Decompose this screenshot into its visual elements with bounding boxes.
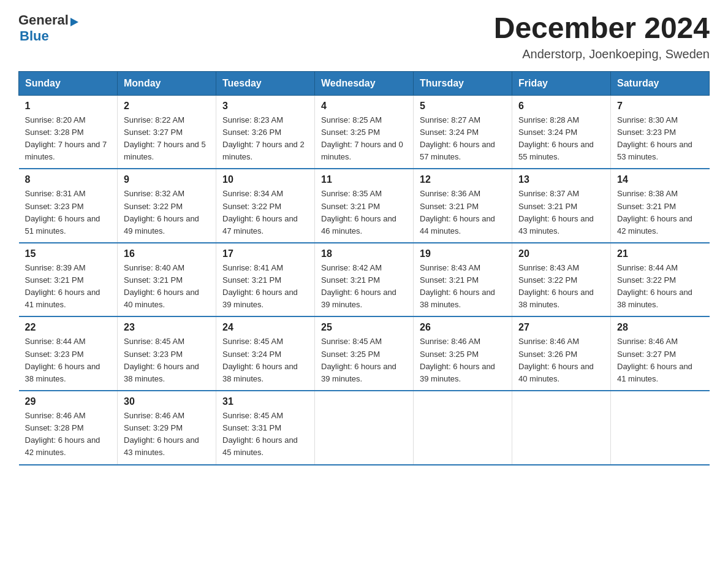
calendar-cell: 2Sunrise: 8:22 AMSunset: 3:27 PMDaylight… — [118, 95, 216, 169]
calendar-cell: 19Sunrise: 8:43 AMSunset: 3:21 PMDayligh… — [414, 243, 512, 317]
calendar-cell — [512, 391, 611, 465]
day-info: Sunrise: 8:28 AMSunset: 3:24 PMDaylight:… — [518, 115, 594, 161]
calendar-cell: 24Sunrise: 8:45 AMSunset: 3:24 PMDayligh… — [216, 316, 315, 391]
day-info: Sunrise: 8:46 AMSunset: 3:25 PMDaylight:… — [420, 337, 495, 383]
day-number: 14 — [617, 174, 703, 185]
calendar-cell: 13Sunrise: 8:37 AMSunset: 3:21 PMDayligh… — [512, 169, 611, 243]
day-info: Sunrise: 8:36 AMSunset: 3:21 PMDaylight:… — [420, 189, 495, 235]
calendar-cell: 5Sunrise: 8:27 AMSunset: 3:24 PMDaylight… — [414, 95, 512, 169]
calendar-cell: 25Sunrise: 8:45 AMSunset: 3:25 PMDayligh… — [315, 316, 414, 391]
day-number: 5 — [420, 101, 506, 112]
month-title: December 2024 — [494, 12, 710, 45]
col-saturday: Saturday — [611, 71, 710, 95]
logo-blue-text: Blue — [20, 28, 49, 44]
calendar-week-row: 8Sunrise: 8:31 AMSunset: 3:23 PMDaylight… — [19, 169, 710, 243]
day-info: Sunrise: 8:40 AMSunset: 3:21 PMDaylight:… — [124, 263, 199, 309]
calendar-table: Sunday Monday Tuesday Wednesday Thursday… — [18, 71, 710, 465]
day-info: Sunrise: 8:20 AMSunset: 3:28 PMDaylight:… — [25, 115, 107, 161]
day-number: 12 — [420, 174, 506, 185]
day-info: Sunrise: 8:34 AMSunset: 3:22 PMDaylight:… — [222, 189, 298, 235]
calendar-cell: 20Sunrise: 8:43 AMSunset: 3:22 PMDayligh… — [512, 243, 611, 317]
calendar-cell: 12Sunrise: 8:36 AMSunset: 3:21 PMDayligh… — [414, 169, 512, 243]
day-number: 30 — [124, 396, 210, 407]
day-number: 15 — [25, 248, 112, 259]
calendar-header-row: Sunday Monday Tuesday Wednesday Thursday… — [19, 71, 710, 95]
calendar-cell: 4Sunrise: 8:25 AMSunset: 3:25 PMDaylight… — [315, 95, 414, 169]
calendar-cell: 31Sunrise: 8:45 AMSunset: 3:31 PMDayligh… — [216, 391, 315, 465]
logo-arrow-icon — [70, 18, 78, 26]
col-sunday: Sunday — [19, 71, 118, 95]
day-info: Sunrise: 8:44 AMSunset: 3:22 PMDaylight:… — [617, 263, 692, 309]
day-number: 22 — [25, 322, 112, 333]
col-wednesday: Wednesday — [315, 71, 414, 95]
day-number: 7 — [617, 101, 703, 112]
day-info: Sunrise: 8:38 AMSunset: 3:21 PMDaylight:… — [617, 189, 692, 235]
day-number: 9 — [124, 174, 210, 185]
day-info: Sunrise: 8:32 AMSunset: 3:22 PMDaylight:… — [124, 189, 199, 235]
calendar-week-row: 29Sunrise: 8:46 AMSunset: 3:28 PMDayligh… — [19, 391, 710, 465]
day-info: Sunrise: 8:45 AMSunset: 3:25 PMDaylight:… — [321, 337, 396, 383]
day-number: 31 — [222, 396, 308, 407]
logo: General Blue — [18, 12, 78, 44]
calendar-cell: 11Sunrise: 8:35 AMSunset: 3:21 PMDayligh… — [315, 169, 414, 243]
day-number: 23 — [124, 322, 210, 333]
day-info: Sunrise: 8:25 AMSunset: 3:25 PMDaylight:… — [321, 115, 403, 161]
logo-general-text: General — [18, 12, 69, 28]
day-info: Sunrise: 8:35 AMSunset: 3:21 PMDaylight:… — [321, 189, 396, 235]
calendar-cell: 29Sunrise: 8:46 AMSunset: 3:28 PMDayligh… — [19, 391, 118, 465]
calendar-cell: 7Sunrise: 8:30 AMSunset: 3:23 PMDaylight… — [611, 95, 710, 169]
page-header: General Blue December 2024 Anderstorp, J… — [18, 12, 710, 61]
day-info: Sunrise: 8:42 AMSunset: 3:21 PMDaylight:… — [321, 263, 396, 309]
day-info: Sunrise: 8:37 AMSunset: 3:21 PMDaylight:… — [518, 189, 594, 235]
day-number: 21 — [617, 248, 703, 259]
day-number: 13 — [518, 174, 604, 185]
calendar-cell: 1Sunrise: 8:20 AMSunset: 3:28 PMDaylight… — [19, 95, 118, 169]
day-number: 4 — [321, 101, 407, 112]
day-number: 2 — [124, 101, 210, 112]
calendar-cell: 14Sunrise: 8:38 AMSunset: 3:21 PMDayligh… — [611, 169, 710, 243]
calendar-cell: 3Sunrise: 8:23 AMSunset: 3:26 PMDaylight… — [216, 95, 315, 169]
calendar-cell — [414, 391, 512, 465]
calendar-cell: 9Sunrise: 8:32 AMSunset: 3:22 PMDaylight… — [118, 169, 216, 243]
day-number: 11 — [321, 174, 407, 185]
day-number: 27 — [518, 322, 604, 333]
day-info: Sunrise: 8:43 AMSunset: 3:22 PMDaylight:… — [518, 263, 594, 309]
calendar-week-row: 1Sunrise: 8:20 AMSunset: 3:28 PMDaylight… — [19, 95, 710, 169]
day-number: 19 — [420, 248, 506, 259]
day-number: 26 — [420, 322, 506, 333]
calendar-week-row: 15Sunrise: 8:39 AMSunset: 3:21 PMDayligh… — [19, 243, 710, 317]
day-number: 1 — [25, 101, 112, 112]
calendar-cell: 17Sunrise: 8:41 AMSunset: 3:21 PMDayligh… — [216, 243, 315, 317]
calendar-cell — [611, 391, 710, 465]
calendar-week-row: 22Sunrise: 8:44 AMSunset: 3:23 PMDayligh… — [19, 316, 710, 391]
calendar-cell: 27Sunrise: 8:46 AMSunset: 3:26 PMDayligh… — [512, 316, 611, 391]
day-info: Sunrise: 8:43 AMSunset: 3:21 PMDaylight:… — [420, 263, 495, 309]
day-number: 25 — [321, 322, 407, 333]
calendar-cell — [315, 391, 414, 465]
calendar-cell: 6Sunrise: 8:28 AMSunset: 3:24 PMDaylight… — [512, 95, 611, 169]
calendar-cell: 10Sunrise: 8:34 AMSunset: 3:22 PMDayligh… — [216, 169, 315, 243]
day-number: 10 — [222, 174, 308, 185]
day-info: Sunrise: 8:45 AMSunset: 3:31 PMDaylight:… — [222, 411, 298, 457]
col-monday: Monday — [118, 71, 216, 95]
calendar-cell: 8Sunrise: 8:31 AMSunset: 3:23 PMDaylight… — [19, 169, 118, 243]
day-info: Sunrise: 8:46 AMSunset: 3:27 PMDaylight:… — [617, 337, 692, 383]
day-number: 24 — [222, 322, 308, 333]
day-number: 28 — [617, 322, 703, 333]
calendar-cell: 21Sunrise: 8:44 AMSunset: 3:22 PMDayligh… — [611, 243, 710, 317]
day-number: 29 — [25, 396, 112, 407]
day-number: 20 — [518, 248, 604, 259]
day-info: Sunrise: 8:30 AMSunset: 3:23 PMDaylight:… — [617, 115, 692, 161]
calendar-cell: 15Sunrise: 8:39 AMSunset: 3:21 PMDayligh… — [19, 243, 118, 317]
day-info: Sunrise: 8:46 AMSunset: 3:26 PMDaylight:… — [518, 337, 594, 383]
day-number: 3 — [222, 101, 308, 112]
calendar-cell: 23Sunrise: 8:45 AMSunset: 3:23 PMDayligh… — [118, 316, 216, 391]
day-info: Sunrise: 8:46 AMSunset: 3:28 PMDaylight:… — [25, 411, 100, 457]
day-number: 6 — [518, 101, 604, 112]
day-info: Sunrise: 8:27 AMSunset: 3:24 PMDaylight:… — [420, 115, 495, 161]
day-number: 16 — [124, 248, 210, 259]
day-info: Sunrise: 8:46 AMSunset: 3:29 PMDaylight:… — [124, 411, 199, 457]
day-number: 18 — [321, 248, 407, 259]
calendar-cell: 22Sunrise: 8:44 AMSunset: 3:23 PMDayligh… — [19, 316, 118, 391]
day-info: Sunrise: 8:45 AMSunset: 3:23 PMDaylight:… — [124, 337, 199, 383]
